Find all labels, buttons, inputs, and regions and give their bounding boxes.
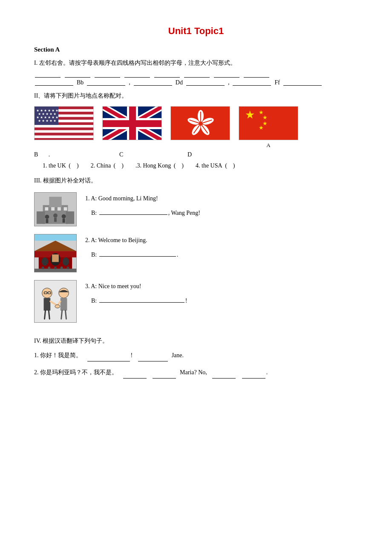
section-a-label: Section A <box>34 46 358 53</box>
flag-china: ★ ★ ★ ★ ★ <box>239 106 298 140</box>
conv-3-blank <box>99 297 184 303</box>
svg-point-54 <box>53 213 58 217</box>
conv-3-lines: 3. A: Nice to meet you! B: ! <box>85 280 358 310</box>
svg-rect-67 <box>35 269 76 272</box>
svg-rect-65 <box>52 254 59 262</box>
part-ii-instruction: II、请将下列图片与地点名称配对。 <box>34 90 358 101</box>
conv-1-a: 1. A: Good morning, Li Ming! <box>85 192 358 205</box>
flag-china-container: ★ ★ ★ ★ ★ A <box>239 106 298 149</box>
svg-rect-66 <box>35 234 76 240</box>
conv-1-b: B: , Wang Peng! <box>85 207 358 220</box>
conversation-2: 2. A: Welcome to Beijing. B: . <box>34 234 358 272</box>
photo-3 <box>34 280 77 323</box>
svg-rect-10 <box>35 133 94 136</box>
svg-rect-57 <box>63 218 65 223</box>
svg-rect-50 <box>58 207 61 211</box>
blank-6 <box>184 72 210 78</box>
flag-uk <box>102 106 162 140</box>
flag-uk-container <box>102 106 162 140</box>
svg-rect-73 <box>35 280 76 322</box>
trans-2-blank4 <box>242 373 265 379</box>
trans-1-blank1 <box>87 356 130 361</box>
svg-text:★ ★ ★ ★ ★: ★ ★ ★ ★ ★ <box>38 119 56 123</box>
svg-point-68 <box>42 266 44 269</box>
blank-1 <box>35 72 61 78</box>
flags-row: ★ ★ ★ ★ ★ ★ ★ ★ ★ ★ ★ ★ ★ ★ ★ ★ ★ ★ ★ ★ … <box>34 106 358 149</box>
conv-2-a: 2. A: Welcome to Beijing. <box>85 234 358 247</box>
comma1: , <box>129 79 130 86</box>
conversation-3: 3. A: Nice to meet you! B: ! <box>34 280 358 323</box>
blank-8 <box>244 72 269 78</box>
svg-rect-8 <box>35 128 94 130</box>
svg-point-69 <box>48 266 50 269</box>
comma2: , <box>228 79 230 86</box>
svg-rect-48 <box>45 207 49 211</box>
conv-3-b: B: ! <box>85 295 358 308</box>
blank-ff-right <box>283 80 322 86</box>
svg-point-85 <box>55 304 60 308</box>
svg-rect-9 <box>35 130 94 133</box>
blank-7 <box>214 72 239 78</box>
trans-2-text: 2. 你是玛利亚吗？不，我不是。 <box>34 369 118 376</box>
letter-blanks-row2: Bb , Dd , Ff <box>34 79 358 86</box>
matching-row: 1. the UK ( ) 2. China ( ) .3. Hong Kong… <box>43 162 358 169</box>
letter-bb: Bb <box>77 79 84 86</box>
svg-text:★: ★ <box>245 109 255 121</box>
svg-rect-11 <box>35 136 94 138</box>
flag-usa-container: ★ ★ ★ ★ ★ ★ ★ ★ ★ ★ ★ ★ ★ ★ ★ ★ ★ ★ ★ ★ … <box>34 106 94 140</box>
part-iii-section: III. 根据图片补全对话。 <box>34 175 358 322</box>
svg-point-71 <box>61 266 63 269</box>
match-2-paren: ( ) <box>112 162 124 169</box>
photo-2 <box>34 234 77 272</box>
conv-1-blank <box>99 209 167 215</box>
blank-3 <box>95 72 120 78</box>
match-1-num: 1. the UK <box>43 162 66 169</box>
svg-point-63 <box>42 257 49 266</box>
part-i-instruction: I. 左邻右舍。请按字母表顺序在四线格内写出相邻的字母，注意大小写形式。 <box>34 58 358 68</box>
svg-line-86 <box>61 310 62 319</box>
svg-rect-53 <box>46 219 48 223</box>
svg-point-82 <box>59 288 69 298</box>
letter-blanks-row1 <box>34 72 358 78</box>
blank-bb-left <box>35 80 73 86</box>
match-3-num: .3. Hong Kong <box>135 162 171 169</box>
conv-2-lines: 2. A: Welcome to Beijing. B: . <box>85 234 358 264</box>
flag-d-label: D <box>170 151 230 158</box>
svg-rect-45 <box>49 197 61 207</box>
match-2-num: 2. China <box>91 162 111 169</box>
blank-2 <box>65 72 90 78</box>
svg-line-80 <box>45 310 46 319</box>
svg-point-64 <box>63 257 69 266</box>
svg-point-56 <box>62 214 66 218</box>
flag-china-label: A <box>266 142 270 149</box>
svg-rect-7 <box>35 125 94 127</box>
svg-rect-25 <box>103 120 162 127</box>
svg-point-72 <box>66 266 69 269</box>
translate-1: 1. 你好！我是简。 ! Jane. <box>34 350 358 361</box>
match-4-paren: ( ) <box>224 162 235 169</box>
flag-usa: ★ ★ ★ ★ ★ ★ ★ ★ ★ ★ ★ ★ ★ ★ ★ ★ ★ ★ ★ ★ … <box>34 106 94 140</box>
part-iv-instruction: IV. 根据汉语翻译下列句子。 <box>34 335 358 346</box>
trans-2-blank3 <box>212 373 236 379</box>
blank-dd-right <box>186 80 225 86</box>
letter-ff: Ff <box>274 79 280 86</box>
flag-c-label: C <box>102 151 162 158</box>
blank-dd-left <box>134 80 172 86</box>
part-iv-section: IV. 根据汉语翻译下列句子。 1. 你好！我是简。 ! Jane. 2. 你是… <box>34 335 358 379</box>
svg-point-52 <box>45 214 49 219</box>
conv-2-b: B: . <box>85 249 358 262</box>
flag-bottom-labels: B . C D <box>34 151 358 158</box>
svg-rect-49 <box>51 207 55 211</box>
match-4-num: 4. the USA <box>196 162 222 169</box>
match-2: 2. China ( ) <box>91 162 124 169</box>
conv-3-a: 3. A: Nice to meet you! <box>85 280 358 293</box>
conv-1-lines: 1. A: Good morning, Li Ming! B: , Wang P… <box>85 192 358 222</box>
blank-5 <box>154 72 180 78</box>
svg-point-70 <box>54 266 57 269</box>
svg-line-81 <box>49 310 49 319</box>
match-1: 1. the UK ( ) <box>43 162 79 169</box>
blank-bb-right <box>87 80 125 86</box>
blank-4 <box>124 72 150 78</box>
trans-1-blank2 <box>138 356 168 361</box>
svg-rect-47 <box>66 211 75 223</box>
